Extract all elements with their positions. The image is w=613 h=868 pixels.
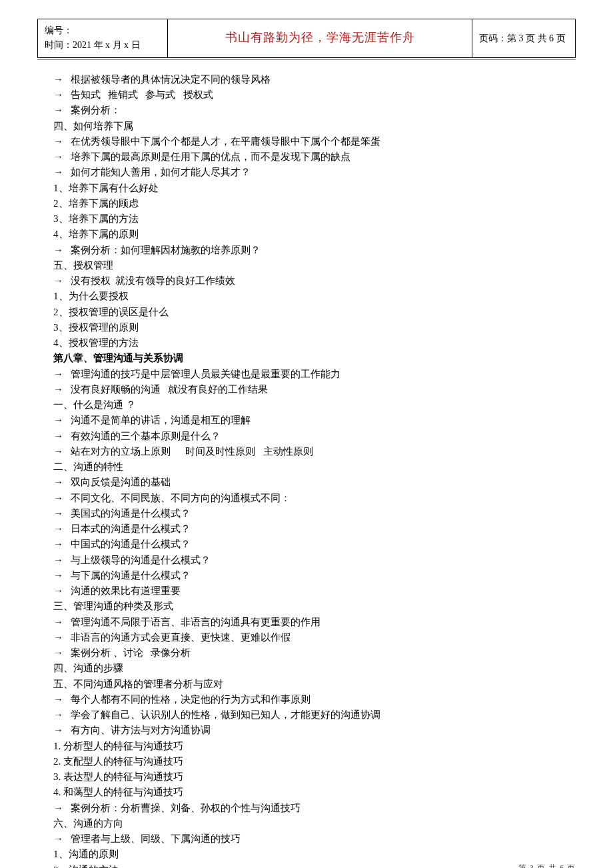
- body-line: 1. 分析型人的特征与沟通技巧: [53, 739, 552, 754]
- body-text: 在优秀领导眼中下属个个都是人才，在平庸领导眼中下属个个都是笨蛋: [68, 136, 380, 147]
- arrow-icon: →: [53, 87, 68, 103]
- arrow-icon: →: [53, 429, 68, 444]
- document-body: → 根据被领导者的具体情况决定不同的领导风格→ 告知式 推销式 参与式 授权式→…: [0, 72, 613, 868]
- body-line: 4. 和蔼型人的特征与沟通技巧: [53, 785, 552, 800]
- body-line: 第八章、管理沟通与关系协调: [53, 351, 552, 366]
- body-line: → 在优秀领导眼中下属个个都是人才，在平庸领导眼中下属个个都是笨蛋: [53, 134, 552, 149]
- body-text: 学会了解自己、认识别人的性格，做到知已知人，才能更好的沟通协调: [68, 709, 380, 720]
- body-line: → 没有授权 就没有领导的良好工作绩效: [53, 273, 552, 289]
- body-text: 非语言的沟通方式会更直接、更快速、更难以作假: [68, 632, 291, 643]
- arrow-icon: →: [53, 707, 68, 723]
- body-line: 1、为什么要授权: [53, 289, 552, 304]
- body-text: 案例分析：: [68, 105, 121, 115]
- body-line: → 非语言的沟通方式会更直接、更快速、更难以作假: [53, 630, 552, 645]
- body-text: 没有授权 就没有领导的良好工作绩效: [68, 275, 235, 286]
- body-line: → 站在对方的立场上原则 时间及时性原则 主动性原则: [53, 444, 552, 459]
- arrow-icon: →: [53, 367, 68, 382]
- body-line: 五、授权管理: [53, 258, 552, 273]
- arrow-icon: →: [53, 491, 68, 506]
- header-right-cell: 页码：第 3 页 共 6 页: [472, 19, 576, 58]
- body-line: 二、沟通的特性: [53, 459, 552, 475]
- body-text: 管理沟通的技巧是中层管理人员最关键也是最重要的工作能力: [68, 369, 340, 379]
- header-id-label: 编号：: [45, 23, 161, 38]
- body-text: 没有良好顺畅的沟通 就没有良好的工作结果: [68, 384, 268, 395]
- body-line: 4、培养下属的原则: [53, 227, 552, 242]
- body-line: 2、培养下属的顾虑: [53, 196, 552, 211]
- arrow-icon: →: [53, 630, 68, 645]
- body-line: → 如何才能知人善用，如何才能人尽其才？: [53, 165, 552, 180]
- arrow-icon: →: [53, 149, 68, 165]
- arrow-icon: →: [53, 243, 68, 258]
- arrow-icon: →: [53, 521, 68, 537]
- body-text: 美国式的沟通是什么模式？: [68, 508, 191, 519]
- body-line: → 与上级领导的沟通是什么模式？: [53, 553, 552, 568]
- header-table: 编号： 时间：2021 年 x 月 x 日 书山有路勤为径，学海无涯苦作舟 页码…: [37, 19, 576, 58]
- body-text: 站在对方的立场上原则 时间及时性原则 主动性原则: [68, 446, 313, 457]
- arrow-icon: →: [53, 723, 68, 738]
- body-text: 案例分析 、讨论 录像分析: [68, 647, 191, 658]
- body-line: 四、如何培养下属: [53, 119, 552, 134]
- body-line: → 根据被领导者的具体情况决定不同的领导风格: [53, 72, 552, 87]
- body-line: → 告知式 推销式 参与式 授权式: [53, 87, 552, 103]
- body-line: → 双向反馈是沟通的基础: [53, 475, 552, 490]
- body-text: 每个人都有不同的性格，决定他的行为方式和作事原则: [68, 694, 310, 705]
- body-line: → 没有良好顺畅的沟通 就没有良好的工作结果: [53, 382, 552, 397]
- arrow-icon: →: [53, 615, 68, 630]
- body-line: → 案例分析：分析曹操、刘备、孙权的个性与沟通技巧: [53, 801, 552, 816]
- arrow-icon: →: [53, 537, 68, 552]
- body-line: 2、授权管理的误区是什么: [53, 305, 552, 320]
- body-line: → 管理者与上级、同级、下属沟通的技巧: [53, 831, 552, 847]
- body-text: 沟通不是简单的讲话，沟通是相互的理解: [68, 415, 251, 425]
- body-line: 五、不同沟通风格的管理者分析与应对: [53, 677, 552, 692]
- body-text: 管理沟通不局限于语言、非语言的沟通具有更重要的作用: [68, 617, 320, 627]
- body-line: → 管理沟通的技巧是中层管理人员最关键也是最重要的工作能力: [53, 367, 552, 382]
- body-line: 2. 支配型人的特征与沟通技巧: [53, 754, 552, 769]
- body-text: 管理者与上级、同级、下属沟通的技巧: [68, 833, 241, 844]
- body-text: 日本式的沟通是什么模式？: [68, 523, 191, 534]
- header-left-cell: 编号： 时间：2021 年 x 月 x 日: [38, 19, 168, 58]
- body-line: 1、沟通的原则: [53, 847, 552, 862]
- body-text: 根据被领导者的具体情况决定不同的领导风格: [68, 74, 271, 85]
- body-text: 中国式的沟通是什么模式？: [68, 539, 191, 549]
- body-text: 沟通的效果比有道理重要: [68, 585, 181, 596]
- body-text: 有方向、讲方法与对方沟通协调: [68, 725, 211, 735]
- body-text: 案例分析：如何理解因材施教的培养原则？: [68, 245, 261, 255]
- header-mid-cell: 书山有路勤为径，学海无涯苦作舟: [168, 19, 472, 58]
- arrow-icon: →: [53, 134, 68, 149]
- body-line: → 管理沟通不局限于语言、非语言的沟通具有更重要的作用: [53, 615, 552, 630]
- header-quote: 书山有路勤为径，学海无涯苦作舟: [225, 31, 415, 44]
- body-line: → 中国式的沟通是什么模式？: [53, 537, 552, 552]
- body-line: → 案例分析 、讨论 录像分析: [53, 645, 552, 661]
- footer-page-label: 第 3 页 共 6 页: [518, 862, 576, 868]
- body-line: → 美国式的沟通是什么模式？: [53, 506, 552, 521]
- body-line: 三、管理沟通的种类及形式: [53, 599, 552, 614]
- arrow-icon: →: [53, 273, 68, 289]
- arrow-icon: →: [53, 444, 68, 459]
- body-line: 四、沟通的步骤: [53, 661, 552, 676]
- body-line: 六、沟通的方向: [53, 816, 552, 831]
- arrow-icon: →: [53, 72, 68, 87]
- body-line: → 与下属的沟通是什么模式？: [53, 568, 552, 583]
- arrow-icon: →: [53, 801, 68, 816]
- arrow-icon: →: [53, 103, 68, 118]
- body-text: 不同文化、不同民族、不同方向的沟通模式不同：: [68, 493, 291, 503]
- body-line: → 沟通的效果比有道理重要: [53, 583, 552, 599]
- body-line: → 沟通不是简单的讲话，沟通是相互的理解: [53, 413, 552, 428]
- header-date-label: 时间：2021 年 x 月 x 日: [45, 38, 161, 53]
- body-line: 4、授权管理的方法: [53, 335, 552, 351]
- body-text: 与下属的沟通是什么模式？: [68, 570, 191, 581]
- arrow-icon: →: [53, 506, 68, 521]
- header-page-label: 页码：第 3 页 共 6 页: [479, 33, 566, 43]
- body-text: 如何才能知人善用，如何才能人尽其才？: [68, 167, 251, 177]
- arrow-icon: →: [53, 413, 68, 428]
- body-line: → 日本式的沟通是什么模式？: [53, 521, 552, 537]
- arrow-icon: →: [53, 831, 68, 847]
- body-line: → 有方向、讲方法与对方沟通协调: [53, 723, 552, 738]
- header-divider: [37, 59, 576, 60]
- arrow-icon: →: [53, 475, 68, 490]
- arrow-icon: →: [53, 165, 68, 180]
- body-line: 一、什么是沟通 ？: [53, 397, 552, 413]
- body-line: → 每个人都有不同的性格，决定他的行为方式和作事原则: [53, 692, 552, 707]
- body-line: → 学会了解自己、认识别人的性格，做到知已知人，才能更好的沟通协调: [53, 707, 552, 723]
- body-line: 3、培养下属的方法: [53, 211, 552, 227]
